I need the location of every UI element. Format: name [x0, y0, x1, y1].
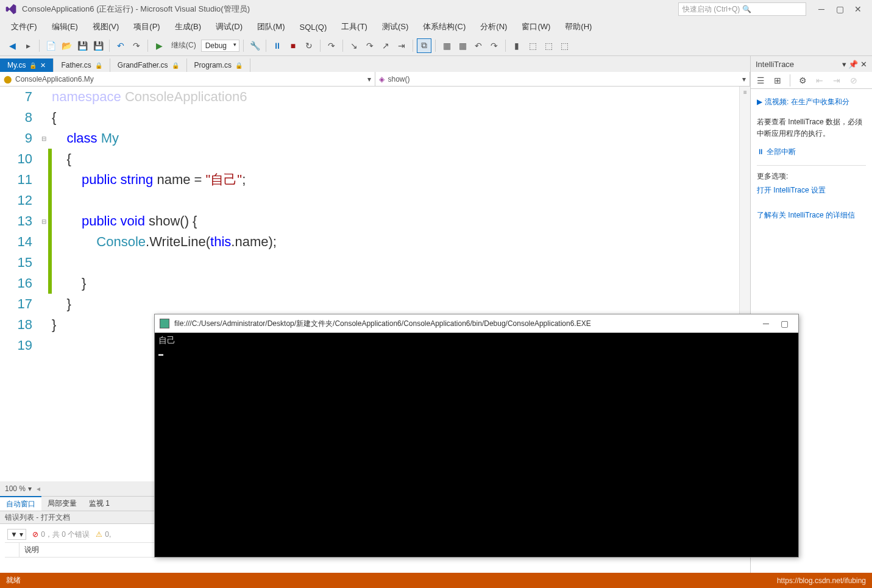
save-all-button[interactable]: 💾 — [91, 38, 105, 53]
restart-button[interactable]: ↻ — [302, 38, 316, 53]
tool-button-g[interactable]: ⬚ — [541, 38, 556, 53]
step-into-button[interactable]: ↘ — [347, 38, 361, 53]
nav-back-button[interactable]: ◀ — [5, 38, 19, 53]
zoom-level[interactable]: 100 % — [5, 484, 26, 493]
console-minimize-button[interactable]: ─ — [757, 317, 775, 330]
break-all-link[interactable]: ⏸ 全部中断 — [757, 144, 866, 160]
tool-button-h[interactable]: ⬚ — [557, 38, 572, 53]
chevron-down-icon: ▾ — [367, 75, 371, 83]
statusbar: 就绪 https://blog.csdn.net/ifubing — [0, 573, 872, 588]
panel-close-icon[interactable]: ✕ — [860, 60, 867, 69]
class-icon: ⬤ — [4, 75, 12, 83]
split-icon[interactable]: ≡ — [740, 87, 750, 97]
editor-tab[interactable]: My.cs🔒✕ — [0, 58, 54, 72]
nav-next-icon[interactable]: ⇥ — [829, 73, 844, 88]
step-out-button[interactable]: ↗ — [378, 38, 393, 53]
titlebar: ConsoleApplication6 (正在运行) - Microsoft V… — [0, 0, 872, 18]
tool-button-e[interactable]: ▮ — [509, 38, 524, 53]
open-settings-link[interactable]: 打开 IntelliTrace 设置 — [757, 182, 866, 199]
learn-more-link[interactable]: 了解有关 IntelliTrace 的详细信 — [757, 207, 866, 224]
search-icon: 🔍 — [742, 5, 802, 13]
view-tree-icon[interactable]: ⊞ — [770, 73, 785, 88]
lock-icon: 🔒 — [95, 62, 102, 69]
tool-button-d[interactable]: ↷ — [487, 38, 502, 53]
menu-item[interactable]: 项目(P) — [127, 19, 166, 35]
intellitrace-button[interactable]: ⧉ — [417, 38, 431, 53]
step-next-button[interactable]: ↷ — [324, 38, 339, 53]
save-button[interactable]: 💾 — [75, 38, 90, 53]
intellitrace-message: 若要查看 IntelliTrace 数据，必须中断应用程序的执行。 — [757, 116, 866, 140]
intellitrace-toolbar: ☰ ⊞ ⚙ ⇤ ⇥ ⊘ — [751, 72, 872, 89]
bottom-tab[interactable]: 监视 1 — [83, 497, 116, 511]
close-button[interactable]: ✕ — [849, 3, 867, 15]
tool-button-f[interactable]: ⬚ — [525, 38, 540, 53]
pause-button[interactable]: ⏸ — [270, 38, 285, 53]
menu-item[interactable]: 调试(D) — [210, 19, 249, 35]
editor-tabs: My.cs🔒✕Father.cs🔒GrandFather.cs🔒Program.… — [0, 56, 750, 72]
menu-item[interactable]: 分析(N) — [474, 19, 513, 35]
menu-item[interactable]: 编辑(E) — [46, 19, 84, 35]
maximize-button[interactable]: ▢ — [831, 3, 849, 15]
bottom-tab[interactable]: 自动窗口 — [0, 496, 41, 511]
console-title-text: file:///C:/Users/Administrator/Desktop/新… — [174, 319, 757, 329]
view-list-icon[interactable]: ☰ — [753, 73, 768, 88]
pin-icon[interactable]: 📌 — [848, 60, 858, 69]
nav-bar: ⬤ ConsoleApplication6.My ▾ ◈ show() ▾ — [0, 72, 750, 87]
new-project-button[interactable]: 📄 — [43, 38, 58, 53]
tool-button-1[interactable]: 🔧 — [247, 38, 262, 53]
console-icon — [160, 319, 169, 328]
filter-dropdown[interactable]: ▼ ▾ — [7, 529, 26, 540]
quick-launch-input[interactable]: 快速启动 (Ctrl+Q) 🔍 — [678, 2, 806, 16]
col-icon[interactable] — [5, 543, 19, 557]
watermark-url: https://blog.csdn.net/ifubing — [777, 576, 866, 585]
stop-button[interactable]: ■ — [286, 38, 300, 53]
close-icon[interactable]: ✕ — [40, 62, 46, 69]
pause-icon: ⏸ — [757, 146, 764, 158]
editor-tab[interactable]: GrandFather.cs🔒 — [110, 58, 187, 72]
console-maximize-button[interactable]: ▢ — [775, 317, 793, 330]
config-dropdown[interactable]: Debug — [201, 40, 239, 52]
undo-button[interactable]: ↶ — [113, 38, 128, 53]
run-to-cursor-button[interactable]: ⇥ — [394, 38, 409, 53]
tool-button-c[interactable]: ↶ — [471, 38, 486, 53]
menu-item[interactable]: 视图(V) — [87, 19, 125, 35]
panel-dropdown-icon[interactable]: ▾ — [842, 60, 846, 69]
video-link[interactable]: ▶ 流视频: 在生产中收集和分 — [757, 94, 866, 110]
clear-icon[interactable]: ⊘ — [846, 73, 861, 88]
bottom-tab[interactable]: 局部变量 — [41, 497, 83, 511]
status-text: 就绪 — [6, 575, 21, 586]
menu-item[interactable]: 工具(T) — [335, 19, 374, 35]
nav-scope-dropdown[interactable]: ⬤ ConsoleApplication6.My ▾ — [0, 72, 375, 86]
editor-tab[interactable]: Father.cs🔒 — [54, 58, 110, 72]
tool-button-b[interactable]: ▦ — [455, 38, 470, 53]
vs-logo-icon — [5, 3, 17, 15]
nav-member-dropdown[interactable]: ◈ show() ▾ — [375, 72, 751, 86]
menu-item[interactable]: 体系结构(C) — [417, 19, 472, 35]
nav-prev-icon[interactable]: ⇤ — [812, 73, 827, 88]
open-file-button[interactable]: 📂 — [59, 38, 74, 53]
step-over-button[interactable]: ↷ — [363, 38, 377, 53]
lock-icon: 🔒 — [172, 62, 179, 69]
errors-count[interactable]: ⊘0，共 0 个错误 — [32, 530, 90, 540]
menu-item[interactable]: 团队(M) — [251, 19, 291, 35]
nav-forward-button[interactable]: ▸ — [21, 38, 35, 53]
menu-item[interactable]: 生成(B) — [169, 19, 207, 35]
menu-item[interactable]: 帮助(H) — [559, 19, 598, 35]
toolbar: ◀ ▸ 📄 📂 💾 💾 ↶ ↷ ▶ 继续(C) Debug 🔧 ⏸ ■ ↻ ↷ … — [0, 35, 872, 56]
scroll-left-icon[interactable]: ◂ — [37, 484, 40, 493]
redo-button[interactable]: ↷ — [129, 38, 144, 53]
menu-item[interactable]: SQL(Q) — [294, 20, 333, 34]
continue-button[interactable]: 继续(C) — [168, 39, 200, 52]
menu-item[interactable]: 测试(S) — [376, 19, 414, 35]
gear-icon[interactable]: ⚙ — [795, 73, 810, 88]
console-titlebar[interactable]: file:///C:/Users/Administrator/Desktop/新… — [155, 314, 798, 333]
warnings-count[interactable]: ⚠0, — [96, 530, 111, 539]
minimize-button[interactable]: ─ — [812, 3, 831, 15]
menu-item[interactable]: 窗口(W) — [516, 19, 556, 35]
start-button[interactable]: ▶ — [152, 38, 166, 53]
menu-item[interactable]: 文件(F) — [5, 19, 43, 35]
more-options-label: 更多选项: — [757, 171, 866, 182]
console-window[interactable]: file:///C:/Users/Administrator/Desktop/新… — [154, 314, 799, 558]
tool-button-a[interactable]: ▦ — [439, 38, 454, 53]
editor-tab[interactable]: Program.cs🔒 — [187, 58, 250, 72]
